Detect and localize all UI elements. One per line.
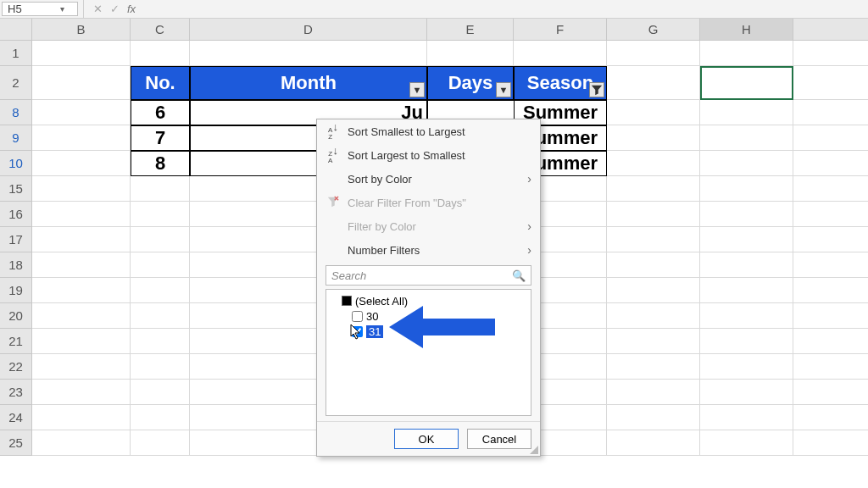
cell[interactable] [793, 303, 868, 329]
table-header-season[interactable]: Season [514, 66, 607, 100]
cell[interactable] [131, 329, 190, 354]
cell[interactable] [32, 176, 131, 202]
cell[interactable] [793, 202, 868, 227]
cell[interactable] [793, 176, 868, 202]
cell[interactable] [32, 66, 131, 100]
cell[interactable] [607, 176, 700, 202]
row-header-25[interactable]: 25 [0, 430, 32, 456]
row-header-10[interactable]: 10 [0, 151, 32, 176]
cell[interactable] [607, 354, 700, 380]
cell[interactable] [607, 278, 700, 303]
row-header-16[interactable]: 16 [0, 202, 32, 227]
cell[interactable] [32, 354, 131, 380]
cell[interactable] [700, 354, 793, 380]
col-header-C[interactable]: C [131, 19, 190, 41]
cell[interactable] [700, 227, 793, 252]
row-header-8[interactable]: 8 [0, 100, 32, 125]
cell[interactable] [32, 430, 131, 456]
cell[interactable] [793, 329, 868, 354]
row-header-9[interactable]: 9 [0, 125, 32, 151]
selected-cell[interactable] [700, 66, 793, 100]
cell[interactable] [607, 151, 700, 176]
cell[interactable] [607, 252, 700, 278]
cell[interactable] [32, 329, 131, 354]
table-cell-no[interactable]: 8 [131, 151, 190, 176]
table-cell-no[interactable]: 7 [131, 125, 190, 151]
table-header-days[interactable]: Days ▼ [427, 66, 514, 100]
cancel-button[interactable]: Cancel [467, 429, 531, 449]
chevron-down-icon[interactable]: ▾ [60, 4, 72, 14]
cell[interactable] [607, 202, 700, 227]
checkbox-mixed-icon[interactable] [342, 296, 352, 306]
row-header-22[interactable]: 22 [0, 354, 32, 380]
row-header-23[interactable]: 23 [0, 380, 32, 405]
filter-button-month[interactable]: ▼ [409, 82, 425, 97]
cell[interactable] [700, 125, 793, 151]
row-header-18[interactable]: 18 [0, 252, 32, 278]
filter-values-tree[interactable]: (Select All) 30 31 [326, 289, 531, 416]
cell[interactable] [793, 252, 868, 278]
cell[interactable] [793, 41, 868, 66]
cell[interactable] [32, 303, 131, 329]
cell[interactable] [131, 405, 190, 430]
number-filters[interactable]: Number Filters › [317, 238, 540, 262]
cell[interactable] [607, 66, 700, 100]
cell[interactable] [131, 278, 190, 303]
cell[interactable] [131, 227, 190, 252]
filter-button-season[interactable] [589, 82, 604, 97]
cell[interactable] [607, 405, 700, 430]
cell[interactable] [32, 252, 131, 278]
cell[interactable] [793, 430, 868, 456]
col-header-G[interactable]: G [607, 19, 700, 41]
cell[interactable] [793, 100, 868, 125]
cell[interactable] [700, 176, 793, 202]
filter-checkbox[interactable] [352, 311, 363, 322]
cell[interactable] [131, 303, 190, 329]
cell[interactable] [607, 380, 700, 405]
cell[interactable] [793, 227, 868, 252]
cell[interactable] [131, 176, 190, 202]
filter-search-input[interactable]: Search 🔍 [326, 265, 531, 286]
cell[interactable] [700, 202, 793, 227]
table-header-no[interactable]: No. [131, 66, 190, 100]
cell[interactable] [131, 430, 190, 456]
cell[interactable] [700, 329, 793, 354]
filter-item-30[interactable]: 30 [331, 308, 526, 324]
sort-by-color[interactable]: Sort by Color › [317, 167, 540, 191]
cell[interactable] [607, 227, 700, 252]
cell[interactable] [700, 100, 793, 125]
cell[interactable] [793, 151, 868, 176]
cell[interactable] [32, 202, 131, 227]
cell[interactable] [793, 405, 868, 430]
cell[interactable] [131, 41, 190, 66]
cell[interactable] [607, 329, 700, 354]
cell[interactable] [32, 100, 131, 125]
col-header-H[interactable]: H [700, 19, 793, 41]
cell[interactable] [514, 41, 607, 66]
col-header-E[interactable]: E [427, 19, 514, 41]
fx-icon[interactable]: fx [123, 0, 140, 18]
cell[interactable] [607, 303, 700, 329]
cell[interactable] [793, 380, 868, 405]
cell[interactable] [32, 278, 131, 303]
select-all-corner[interactable] [0, 19, 32, 41]
cell[interactable] [427, 41, 514, 66]
col-header-B[interactable]: B [32, 19, 131, 41]
cell[interactable] [700, 252, 793, 278]
cell[interactable] [32, 405, 131, 430]
cell[interactable] [607, 41, 700, 66]
cell[interactable] [700, 380, 793, 405]
cell[interactable] [131, 380, 190, 405]
cell[interactable] [700, 151, 793, 176]
row-header-24[interactable]: 24 [0, 405, 32, 430]
resize-grip-icon[interactable] [530, 446, 538, 454]
filter-item-select-all[interactable]: (Select All) [331, 293, 526, 308]
row-header-2[interactable]: 2 [0, 66, 32, 100]
cell[interactable] [793, 354, 868, 380]
cell[interactable] [32, 125, 131, 151]
name-box[interactable]: H5 ▾ [2, 2, 78, 16]
cell[interactable] [131, 252, 190, 278]
cell[interactable] [607, 430, 700, 456]
col-header-F[interactable]: F [514, 19, 607, 41]
cell[interactable] [700, 278, 793, 303]
